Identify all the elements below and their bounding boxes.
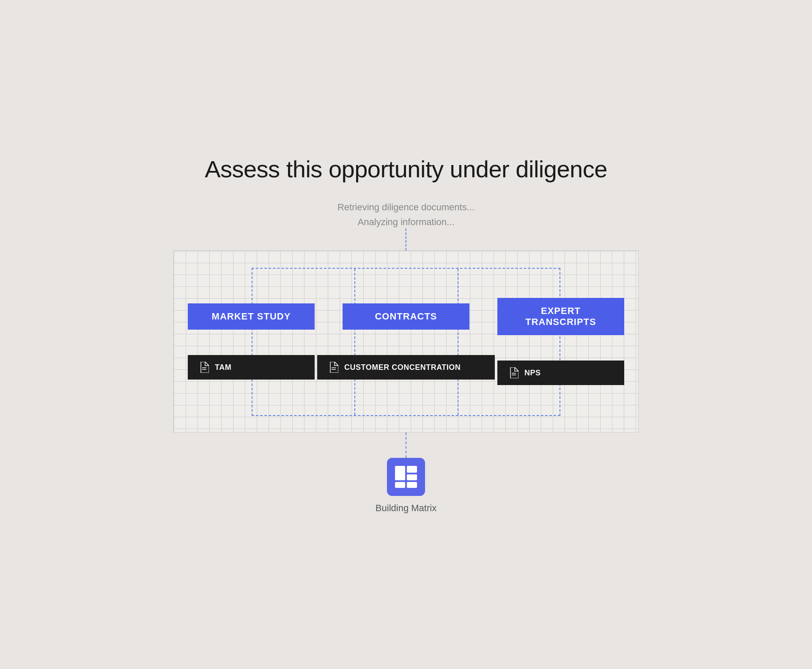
doc-item-nps[interactable]: NPS	[497, 361, 624, 385]
svg-rect-8	[407, 474, 417, 480]
doc-label-cc: CUSTOMER CONCENTRATION	[344, 363, 461, 372]
bottom-connector-line	[406, 432, 407, 458]
category-btn-expert-transcripts[interactable]: EXPERT TRANSCRIPTS	[497, 298, 624, 335]
document-icon-tam	[200, 362, 209, 373]
svg-rect-10	[407, 482, 417, 488]
status-line-2: Analyzing information...	[337, 215, 475, 229]
category-btn-contracts[interactable]: CONTRACTS	[343, 303, 469, 330]
status-text: Retrieving diligence documents... Analyz…	[337, 200, 475, 229]
svg-rect-9	[395, 482, 405, 488]
category-btn-market-study[interactable]: MARKET STUDY	[188, 303, 315, 330]
status-line-1: Retrieving diligence documents...	[337, 200, 475, 215]
document-icon-nps	[509, 367, 518, 378]
matrix-grid-svg	[393, 464, 419, 490]
matrix-icon-container: Building Matrix	[376, 458, 436, 514]
doc-label-nps: NPS	[524, 369, 541, 377]
col-expert-transcripts: EXPERT TRANSCRIPTS NPS	[483, 298, 638, 385]
page-title: Assess this opportunity under diligence	[205, 155, 607, 183]
col-market-study: MARKET STUDY TAM	[174, 303, 329, 380]
columns-row: MARKET STUDY TAM	[174, 251, 638, 432]
svg-rect-6	[395, 466, 405, 480]
document-icon-cc	[329, 362, 338, 373]
grid-wrapper: MARKET STUDY TAM	[173, 251, 639, 514]
bottom-connector-group: Building Matrix	[173, 432, 639, 514]
col-contracts: CONTRACTS CUSTOMER CONCENTRATION	[329, 303, 483, 380]
grid-background: MARKET STUDY TAM	[173, 251, 639, 432]
svg-rect-7	[407, 466, 417, 473]
diagram-area: MARKET STUDY TAM	[152, 251, 660, 514]
doc-item-customer-concentration[interactable]: CUSTOMER CONCENTRATION	[317, 355, 495, 380]
matrix-icon[interactable]	[387, 458, 425, 496]
doc-item-tam[interactable]: TAM	[188, 355, 315, 380]
doc-label-tam: TAM	[215, 363, 231, 372]
matrix-label: Building Matrix	[376, 503, 436, 514]
top-connector-line	[406, 229, 407, 251]
page-container: Assess this opportunity under diligence …	[152, 155, 660, 514]
